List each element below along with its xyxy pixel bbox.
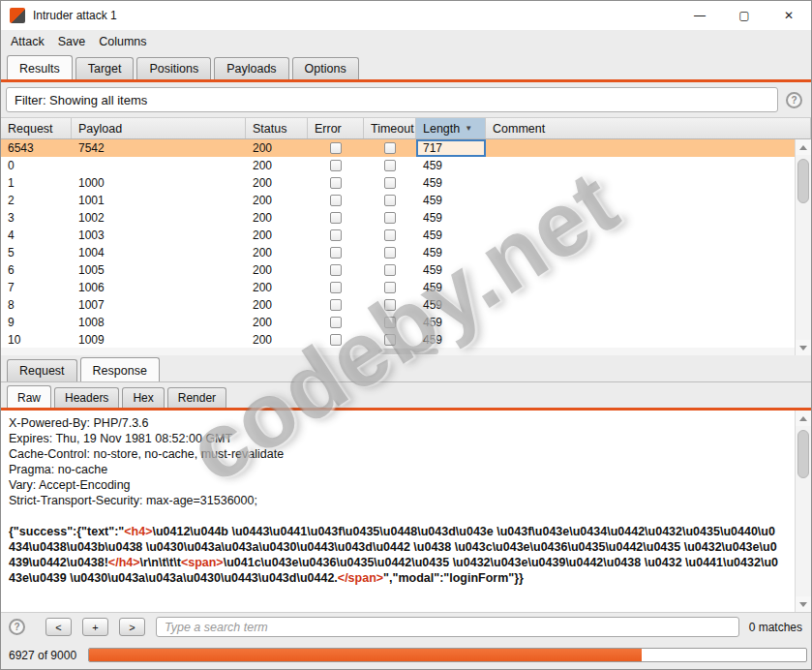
view-tab-bar: RawHeadersHexRender <box>1 382 811 408</box>
table-row[interactable]: 41003200459 <box>1 227 795 244</box>
comment-cell <box>486 139 795 157</box>
column-header-request[interactable]: Request <box>1 118 72 138</box>
payload-cell: 1001 <box>72 192 246 209</box>
column-header-status[interactable]: Status <box>246 118 308 138</box>
menu-save[interactable]: Save <box>51 35 93 48</box>
timeout-checkbox[interactable] <box>384 282 396 293</box>
column-header-length[interactable]: Length ▼ <box>416 118 486 138</box>
error-checkbox[interactable] <box>330 229 342 241</box>
close-button[interactable]: ✕ <box>767 1 811 30</box>
message-tab-bar: RequestResponse <box>1 355 811 382</box>
menu-columns[interactable]: Columns <box>92 35 153 48</box>
table-vertical-scrollbar[interactable] <box>795 139 811 355</box>
error-checkbox[interactable] <box>330 177 342 189</box>
error-checkbox[interactable] <box>330 264 342 276</box>
tab-target[interactable]: Target <box>75 57 135 79</box>
error-checkbox[interactable] <box>330 247 342 259</box>
tab-results[interactable]: Results <box>7 55 73 79</box>
timeout-checkbox[interactable] <box>384 299 396 311</box>
response-blank-line <box>9 508 790 524</box>
tab-payloads[interactable]: Payloads <box>214 57 288 79</box>
filter-help-icon[interactable]: ? <box>786 92 802 108</box>
tab-hex[interactable]: Hex <box>122 387 164 408</box>
error-checkbox[interactable] <box>330 195 342 206</box>
error-checkbox[interactable] <box>330 334 342 346</box>
comment-cell <box>486 331 795 348</box>
timeout-checkbox[interactable] <box>384 229 396 241</box>
error-checkbox[interactable] <box>330 212 342 224</box>
table-row[interactable]: 71006200459 <box>1 279 795 296</box>
length-cell: 717 <box>416 139 486 157</box>
error-checkbox[interactable] <box>330 142 342 154</box>
timeout-checkbox[interactable] <box>384 177 396 189</box>
column-header-comment[interactable]: Comment <box>486 118 811 138</box>
tab-positions[interactable]: Positions <box>136 57 211 79</box>
error-checkbox[interactable] <box>330 299 342 311</box>
response-scroll-thumb[interactable] <box>797 430 809 478</box>
table-scroll-thumb[interactable] <box>797 159 809 203</box>
column-header-payload[interactable]: Payload <box>72 118 246 138</box>
search-add-button[interactable]: + <box>82 618 108 636</box>
timeout-checkbox[interactable] <box>384 334 396 346</box>
timeout-checkbox[interactable] <box>384 264 396 276</box>
column-header-timeout[interactable]: Timeout <box>364 118 416 138</box>
table-row[interactable]: 21001200459 <box>1 192 795 209</box>
response-text-token: {"success":{"text":" <box>9 525 124 538</box>
error-checkbox[interactable] <box>330 282 342 293</box>
table-row[interactable]: 81007200459 <box>1 296 795 314</box>
request-cell: 0 <box>1 157 72 174</box>
timeout-checkbox[interactable] <box>384 142 396 154</box>
table-row[interactable]: 65437542200717 <box>1 139 795 157</box>
length-cell: 459 <box>416 296 486 314</box>
error-checkbox[interactable] <box>330 160 342 171</box>
horizontal-scroll-thumb[interactable] <box>378 349 438 354</box>
error-cell <box>308 174 364 192</box>
error-checkbox[interactable] <box>330 317 342 328</box>
comment-cell <box>486 227 795 244</box>
table-row[interactable]: 51004200459 <box>1 244 795 261</box>
search-prev-button[interactable]: < <box>45 618 72 636</box>
tab-options[interactable]: Options <box>292 57 359 79</box>
scroll-up-icon[interactable] <box>796 411 811 426</box>
scroll-down-icon[interactable] <box>796 596 811 612</box>
table-row[interactable]: 0200459 <box>1 157 795 174</box>
response-viewer[interactable]: X-Powered-By: PHP/7.3.6Expires: Thu, 19 … <box>1 411 811 612</box>
tab-render[interactable]: Render <box>167 387 226 408</box>
table-row[interactable]: 61005200459 <box>1 261 795 279</box>
request-cell: 4 <box>1 227 72 244</box>
comment-cell <box>486 296 795 314</box>
timeout-checkbox[interactable] <box>384 160 396 171</box>
timeout-cell <box>364 227 416 244</box>
table-row[interactable]: 11000200459 <box>1 174 795 192</box>
tab-raw[interactable]: Raw <box>7 385 51 408</box>
table-row[interactable]: 91008200459 <box>1 314 795 331</box>
table-row[interactable]: 31002200459 <box>1 209 795 227</box>
maximize-button[interactable]: ▢ <box>722 1 767 30</box>
table-row[interactable]: 101009200459 <box>1 331 795 348</box>
tab-request[interactable]: Request <box>7 359 77 381</box>
filter-box[interactable]: Filter: Showing all items <box>6 87 778 112</box>
timeout-checkbox[interactable] <box>384 195 396 206</box>
scroll-up-icon[interactable] <box>796 139 811 155</box>
search-input[interactable] <box>156 617 739 637</box>
tab-response[interactable]: Response <box>80 357 160 381</box>
request-cell: 9 <box>1 314 72 331</box>
response-text-token: \r\n\t\t\t <box>140 556 181 569</box>
response-vertical-scrollbar[interactable] <box>795 411 811 612</box>
tab-headers[interactable]: Headers <box>54 387 119 408</box>
minimize-button[interactable]: — <box>677 1 722 30</box>
response-body: {"success":{"text":"<h4>\u0412\u044b \u0… <box>9 524 778 586</box>
menu-attack[interactable]: Attack <box>4 35 51 48</box>
timeout-checkbox[interactable] <box>384 317 396 328</box>
timeout-checkbox[interactable] <box>384 247 396 259</box>
error-cell <box>308 261 364 279</box>
status-cell: 200 <box>246 331 308 348</box>
table-horizontal-scrollbar[interactable] <box>1 348 795 355</box>
request-cell: 6 <box>1 261 72 279</box>
status-cell: 200 <box>246 157 308 174</box>
search-next-button[interactable]: > <box>119 618 145 636</box>
timeout-checkbox[interactable] <box>384 212 396 224</box>
column-header-error[interactable]: Error <box>308 118 364 138</box>
search-help-icon[interactable]: ? <box>9 619 25 635</box>
scroll-down-icon[interactable] <box>796 340 811 355</box>
